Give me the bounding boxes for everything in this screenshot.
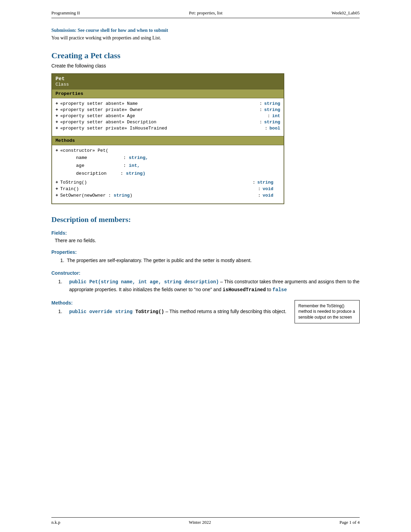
submission-label: Submission: See course shell for how and…	[51, 28, 360, 33]
fields-label: Fields:	[51, 230, 360, 236]
section1-title: Creating a Pet class	[51, 51, 360, 60]
uml-prop-1: + «property setter absent» Name : string	[55, 101, 280, 106]
constructor-sub-label: Constructor:	[51, 270, 360, 276]
constructor-params: name : string, age : int, description : …	[55, 154, 280, 178]
uml-plus-icon: +	[55, 120, 58, 125]
uml-properties-header: Properties	[52, 89, 284, 98]
properties-block: Properties: 1. The properties are self-e…	[51, 249, 360, 264]
uml-method-constructor: + «constructor» Pet( name : string, age …	[55, 148, 280, 178]
fields-block: Fields: There are no fields.	[51, 230, 360, 243]
uml-properties-body: + «property setter absent» Name : string…	[52, 98, 284, 136]
fields-text: There are no fields.	[55, 238, 360, 243]
uml-plus-icon: +	[55, 186, 58, 191]
uml-plus-icon: +	[55, 126, 58, 131]
uml-class-type: Class	[55, 82, 280, 87]
uml-plus-icon: +	[55, 148, 58, 153]
footer-center: Winter 2022	[189, 520, 211, 525]
uml-prop-3: + «property setter absent» Age : int	[55, 113, 280, 119]
page-header: Programming II Pet: properties, list Wee…	[51, 10, 360, 18]
footer-right: Page 1 of 4	[339, 520, 360, 525]
methods-lower-block: Methods: 1. public override string ToStr…	[51, 300, 360, 316]
uml-prop-2: + «property setter private» Owner : stri…	[55, 107, 280, 112]
section2-title: Description of members:	[51, 215, 360, 224]
uml-method-tostring: + ToString() : string	[55, 180, 280, 185]
uml-methods-body: + «constructor» Pet( name : string, age …	[52, 145, 284, 204]
create-instruction: Create the following class	[51, 63, 360, 69]
uml-class-name: Pet	[55, 76, 280, 82]
uml-methods-header: Methods	[52, 136, 284, 145]
tooltip-box: Remember the ToString() method is needed…	[295, 300, 360, 323]
uml-plus-icon: +	[55, 113, 58, 119]
header-right: Week02_Lab05	[332, 10, 360, 16]
properties-item: 1. The properties are self-explanatory. …	[60, 257, 360, 264]
uml-prop-5: + «property setter private» IsHouseTrain…	[55, 126, 280, 131]
page-footer: n.k.p Winter 2022 Page 1 of 4	[51, 517, 360, 525]
uml-method-setowner: + SetOwner(newOwner : string) : void	[55, 193, 280, 198]
uml-plus-icon: +	[55, 107, 58, 112]
uml-plus-icon: +	[55, 101, 58, 106]
header-center: Pet: properties, list	[189, 10, 223, 16]
uml-plus-icon: +	[55, 193, 58, 198]
uml-plus-icon: +	[55, 180, 58, 185]
footer-left: n.k.p	[51, 520, 60, 525]
uml-table: Pet Class Properties + «property setter …	[51, 73, 284, 204]
uml-prop-4: + «property setter absent» Description :…	[55, 120, 280, 125]
constructor-item: 1. public Pet(string name, int age, stri…	[58, 278, 360, 294]
constructor-block: Constructor: 1. public Pet(string name, …	[51, 270, 360, 294]
header-left: Programming II	[51, 10, 80, 16]
uml-method-train: + Train() : void	[55, 186, 280, 191]
properties-sub-label: Properties:	[51, 249, 360, 255]
intro-text: You will practice working with propertie…	[51, 35, 360, 41]
